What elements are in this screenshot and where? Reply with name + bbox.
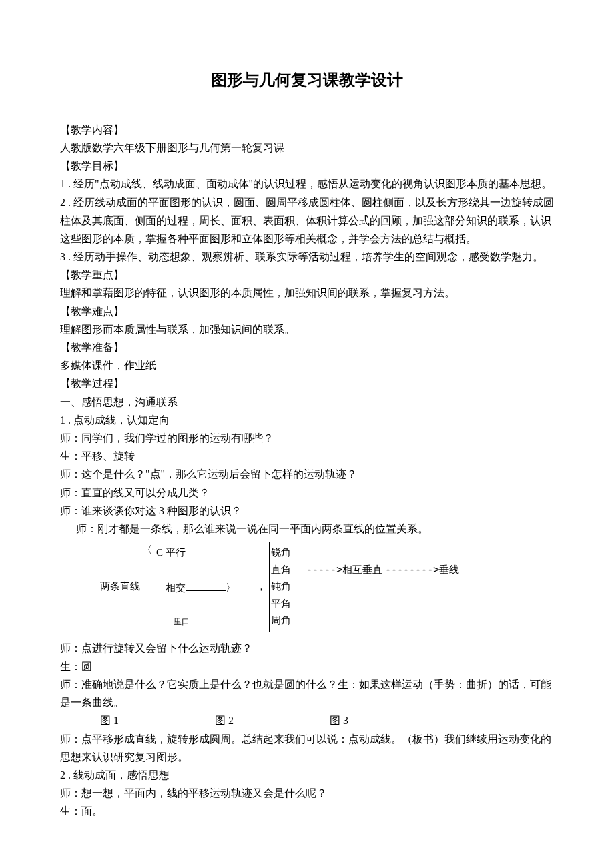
right-angle-label: 直角 <box>270 562 306 579</box>
dialogue-teacher-6: 师：点进行旋转又会留下什么运动轨迹？ <box>60 639 554 657</box>
section-goal-label: 【教学目标】 <box>60 157 554 175</box>
figure-1-label: 图 1 <box>100 711 119 729</box>
process-sub-1-1: 1 . 点动成线，认知定向 <box>60 411 554 429</box>
obtuse-angle-label: 钝角 <box>270 578 306 596</box>
dialogue-student-1: 生：平移、旋转 <box>60 447 554 465</box>
straight-angle-label: 平角 <box>270 596 306 613</box>
dialogue-teacher-4: 师：谁来谈谈你对这 3 种图形的认识？ <box>60 502 554 520</box>
figure-labels-row: 图 1 图 2 图 3 <box>60 711 554 729</box>
overlap-label: 里口 <box>154 615 254 628</box>
goal-item-2: 2 . 经历线动成面的平面图形的认识，圆面、圆周平移成圆柱体、圆柱侧面，以及长方… <box>60 193 554 248</box>
process-sub-1-2: 2 . 线动成面，感悟思想 <box>60 766 554 784</box>
section-difficulty-text: 理解图形而本质属性与联系，加强知识间的联系。 <box>60 320 554 338</box>
dialogue-teacher-5: 师：刚才都是一条线，那么谁来说一说在同一平面内两条直线的位置关系。 <box>60 520 554 538</box>
dialogue-student-3: 生：面。 <box>60 802 554 820</box>
arrow-2: --------> <box>385 562 439 579</box>
blank-line <box>186 590 226 591</box>
reflex-angle-label: 周角 <box>270 612 306 630</box>
two-lines-label: 两条直线 <box>100 542 141 632</box>
section-prep-text: 多媒体课件，作业纸 <box>60 356 554 374</box>
figure-2-label: 图 2 <box>215 711 234 729</box>
perpendicular-label: 相互垂直 <box>342 562 382 579</box>
dialogue-teacher-3: 师：直直的线又可以分成几类？ <box>60 484 554 502</box>
brace-comma: ， <box>254 542 269 632</box>
section-focus-text: 理解和掌藉图形的特征，认识图形的本质属性，加强知识间的联系，掌握复习方法。 <box>60 284 554 302</box>
dialogue-student-2: 生：圆 <box>60 657 554 675</box>
brace-diagram: 两条直线 〈 C 平行 相交〉 里口 ， 锐角 直角 -----> 相互垂直 -… <box>100 542 554 632</box>
acute-angle-label: 锐角 <box>270 544 306 562</box>
section-content-text: 人教版数学六年级下册图形与几何第一轮复习课 <box>60 139 554 157</box>
dialogue-teacher-9: 师：想一想，平面内，线的平移运动轨迹又会是什么呢？ <box>60 784 554 802</box>
section-focus-label: 【教学重点】 <box>60 266 554 284</box>
process-heading-1: 一、感悟思想，沟通联系 <box>60 393 554 411</box>
intersect-label: 相交〉 <box>154 580 254 597</box>
brace-bracket-left: 〈 <box>141 542 153 632</box>
page-title: 图形与几何复习课教学设计 <box>60 67 554 94</box>
parallel-label: C 平行 <box>154 544 254 562</box>
section-prep-label: 【教学准备】 <box>60 338 554 356</box>
goal-item-1: 1 . 经历"点动成线、线动成面、面动成体"的认识过程，感悟从运动变化的视角认识… <box>60 175 554 193</box>
section-process-label: 【教学过程】 <box>60 374 554 392</box>
dialogue-teacher-1: 师：同学们，我们学过的图形的运动有哪些？ <box>60 429 554 447</box>
dialogue-teacher-8: 师：点平移形成直线，旋转形成圆周。总结起来我们可以说：点动成线。（板书）我们继续… <box>60 730 554 766</box>
dialogue-teacher-2: 师：这个是什么？"点"，那么它运动后会留下怎样的运动轨迹？ <box>60 465 554 483</box>
section-difficulty-label: 【教学难点】 <box>60 302 554 320</box>
goal-item-3: 3 . 经历动手操作、动态想象、观察辨析、联系实际等活动过程，培养学生的空间观念… <box>60 248 554 266</box>
dialogue-teacher-7: 师：准确地说是什么？它实质上是什么？也就是圆的什么？生：如果这样运动（手势：曲折… <box>60 675 554 711</box>
figure-3-label: 图 3 <box>330 711 348 729</box>
arrow-1: -----> <box>306 562 342 579</box>
section-content-label: 【教学内容】 <box>60 121 554 139</box>
vertical-line-label: 垂线 <box>439 562 459 579</box>
